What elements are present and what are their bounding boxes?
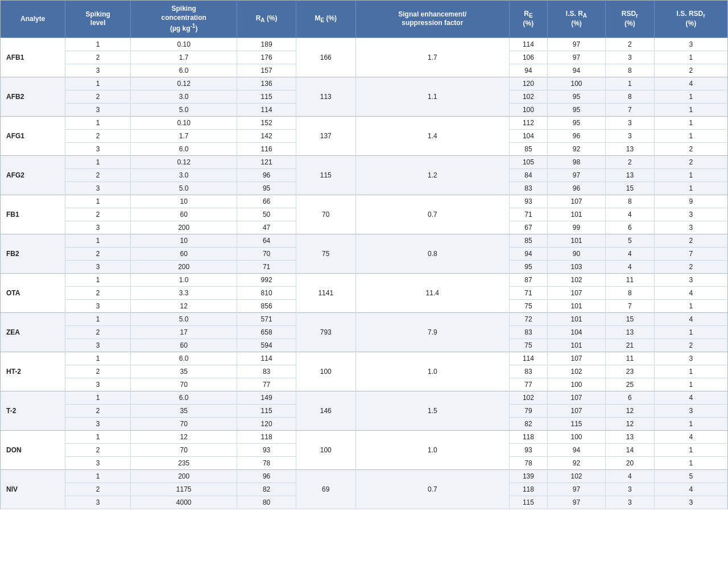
spiking-conc: 3.3 [130,286,237,299]
spiking-level: 2 [65,443,130,456]
isra-value: 96 [547,182,605,195]
spiking-conc: 3.0 [130,168,237,182]
spiking-level: 3 [65,64,130,77]
isra-value: 97 [547,483,605,496]
ra-value: 118 [237,430,296,443]
re-value: 72 [509,312,547,325]
spiking-level: 3 [65,221,130,234]
analyte-name: ZEA [1,312,65,352]
rsdr-value: 25 [606,378,655,391]
ra-value: 114 [237,103,296,116]
spiking-conc: 0.12 [130,155,237,168]
re-value: 83 [509,182,547,195]
re-value: 114 [509,38,547,51]
spiking-conc: 17 [130,325,237,339]
isrsdr-value: 2 [654,142,727,155]
spiking-conc: 70 [130,443,237,456]
header-isrsdr: I.S. RSDr(%) [654,1,727,38]
spiking-level: 1 [65,234,130,247]
spiking-level: 1 [65,469,130,483]
spiking-conc: 70 [130,417,237,430]
isra-value: 101 [547,299,605,312]
sef-value: 11.4 [355,273,509,312]
ra-value: 50 [237,208,296,221]
re-value: 83 [509,325,547,339]
isrsdr-value: 1 [654,299,727,312]
main-container: Analyte Spikinglevel Spikingconcentratio… [0,0,728,509]
spiking-level: 2 [65,325,130,339]
isrsdr-value: 1 [654,456,727,469]
re-value: 85 [509,142,547,155]
re-value: 67 [509,221,547,234]
re-value: 79 [509,404,547,417]
rsdr-value: 13 [606,142,655,155]
re-value: 82 [509,417,547,430]
re-value: 112 [509,116,547,129]
isrsdr-value: 1 [654,182,727,195]
rsdr-value: 7 [606,103,655,116]
isra-value: 99 [547,221,605,234]
isrsdr-value: 1 [654,51,727,64]
re-value: 95 [509,260,547,273]
analyte-name: AFG2 [1,155,65,195]
isrsdr-value: 1 [654,168,727,182]
sef-value: 1.4 [355,116,509,155]
header-rsdr: RSDr(%) [606,1,655,38]
isra-value: 100 [547,77,605,90]
spiking-level: 1 [65,155,130,168]
spiking-level: 1 [65,116,130,129]
rsdr-value: 15 [606,312,655,325]
sef-value: 1.5 [355,391,509,430]
spiking-conc: 70 [130,378,237,391]
isrsdr-value: 4 [654,430,727,443]
me-value: 100 [296,352,355,391]
header-analyte: Analyte [1,1,65,38]
re-value: 84 [509,168,547,182]
ra-value: 64 [237,234,296,247]
rsdr-value: 3 [606,51,655,64]
analyte-name: DON [1,430,65,469]
isrsdr-value: 1 [654,129,727,142]
isra-value: 115 [547,417,605,430]
isra-value: 96 [547,129,605,142]
spiking-conc: 235 [130,456,237,469]
isra-value: 90 [547,247,605,260]
spiking-conc: 5.0 [130,312,237,325]
ra-value: 120 [237,417,296,430]
ra-value: 189 [237,38,296,51]
rsdr-value: 1 [606,77,655,90]
rsdr-value: 4 [606,469,655,483]
isra-value: 101 [547,234,605,247]
rsdr-value: 12 [606,404,655,417]
header-ra: RA (%) [237,1,296,38]
me-value: 115 [296,155,355,195]
ra-value: 77 [237,378,296,391]
rsdr-value: 8 [606,90,655,103]
sef-value: 1.7 [355,38,509,77]
spiking-level: 2 [65,247,130,260]
spiking-conc: 5.0 [130,182,237,195]
re-value: 75 [509,299,547,312]
ra-value: 152 [237,116,296,129]
isrsdr-value: 1 [654,90,727,103]
re-value: 120 [509,77,547,90]
spiking-level: 1 [65,77,130,90]
isrsdr-value: 7 [654,247,727,260]
isrsdr-value: 2 [654,155,727,168]
re-value: 114 [509,352,547,365]
isrsdr-value: 5 [654,469,727,483]
sef-value: 1.2 [355,155,509,195]
spiking-conc: 1.0 [130,273,237,286]
sef-value: 1.0 [355,430,509,469]
spiking-conc: 0.10 [130,116,237,129]
me-value: 166 [296,38,355,77]
re-value: 77 [509,378,547,391]
ra-value: 47 [237,221,296,234]
spiking-conc: 6.0 [130,352,237,365]
ra-value: 157 [237,64,296,77]
me-value: 70 [296,195,355,234]
isra-value: 104 [547,325,605,339]
isra-value: 101 [547,339,605,352]
isrsdr-value: 1 [654,365,727,378]
spiking-level: 1 [65,312,130,325]
